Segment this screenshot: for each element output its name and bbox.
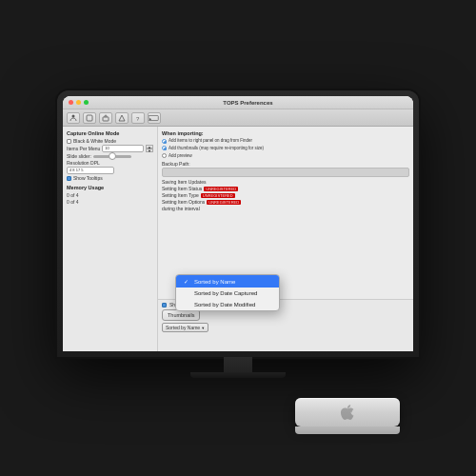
slider-track[interactable] [93, 155, 131, 158]
option-radio-2[interactable] [162, 146, 167, 150]
slider-row: Slide slider: [67, 153, 153, 159]
toolbar-icon-help[interactable]: ? [131, 112, 145, 124]
bw-mode-checkbox[interactable] [67, 139, 71, 144]
slider-thumb[interactable] [109, 152, 116, 160]
mac-mini [295, 398, 400, 438]
checkbox-row-2: Show Tooltips [67, 175, 153, 181]
sort-option-name[interactable]: ✓ Sorted by Name [176, 275, 279, 288]
toolbar: ? ▶ [63, 109, 413, 127]
monitor-base [190, 372, 286, 378]
sort-container: Sorted by Name ▼ ✓ Sorted by Name [162, 323, 208, 332]
backup-path-input[interactable] [162, 168, 409, 177]
monitor-neck [224, 357, 252, 372]
resolution-select-row: 4 8 17 5 [67, 167, 153, 174]
mac-mini-body [295, 398, 400, 426]
tooltips-label: Show Tooltips [73, 175, 103, 181]
sort-option-date-modified[interactable]: Sorted by Date Modified [176, 299, 279, 310]
option-radio-3[interactable] [162, 153, 167, 158]
sort-popup-menu: ✓ Sorted by Name Sorted by Date Captured [175, 274, 280, 311]
bottom-area: Show Captions That (D) = 1 Thumbnails So [158, 299, 413, 351]
saving-item-2: Setting Item Type [162, 192, 199, 198]
bw-mode-label: Black & White Mode [73, 138, 116, 144]
memory-title: Memory Usage [67, 185, 153, 190]
dropdown-arrow-icon: ▼ [201, 326, 205, 330]
saving-label: Saving Item Updates [162, 179, 409, 185]
right-panel: When importing: Add items to right panel… [158, 127, 413, 351]
resolution-select[interactable]: 4 8 17 5 [67, 167, 114, 174]
badge-3: UNREGISTERED [207, 200, 241, 205]
main-area: Capture Online Mode Black & White Mode I… [63, 127, 413, 351]
close-button[interactable] [69, 100, 73, 105]
option-row-2: Add thumbnails (may require re-importing… [162, 146, 409, 151]
monitor-bezel: TOPS Preferences [63, 96, 413, 351]
traffic-lights [69, 100, 89, 105]
option-radio-1[interactable] [162, 139, 167, 144]
svg-rect-1 [87, 115, 92, 121]
toolbar-icon-person[interactable] [67, 112, 80, 124]
option-row-1: Add items to right panel on drag from Fi… [162, 138, 409, 144]
svg-text:?: ? [136, 115, 140, 121]
badge-1: UNREGISTERED [204, 187, 238, 191]
captions-checkbox[interactable] [162, 303, 167, 307]
slider-label: Slide slider: [67, 153, 91, 159]
tooltips-checkbox[interactable] [67, 176, 71, 181]
resolution-row: Resolution DPL [67, 160, 153, 166]
saving-item-3: Setting Item Options [162, 199, 205, 205]
sort-label: Sorted by Name [166, 325, 200, 330]
saving-item-1: Setting Item Status [162, 186, 202, 191]
left-panel: Capture Online Mode Black & White Mode I… [63, 127, 158, 351]
capture-section: Capture Online Mode Black & White Mode I… [67, 130, 153, 181]
badge-2: UNREGISTERED [201, 193, 235, 198]
saving-note: during the interval [162, 206, 409, 211]
screen: TOPS Preferences [63, 96, 413, 351]
mem-row-2: 0 of 4 [67, 199, 153, 205]
backup-path-label: Backup Path: [162, 161, 409, 167]
option-label-3: Add preview [169, 153, 192, 158]
resolution-label: Resolution DPL [67, 160, 100, 166]
stepper-down[interactable]: ▼ [146, 149, 153, 152]
toolbar-icon-actions[interactable] [115, 112, 129, 124]
sort-option-date-captured-label: Sorted by Date Captured [194, 290, 257, 296]
sort-option-date-captured[interactable]: Sorted by Date Captured [176, 288, 279, 299]
items-per-menu-label: Items Per Menu [67, 146, 100, 151]
sort-button[interactable]: Sorted by Name ▼ [162, 323, 208, 332]
scene: TOPS Preferences [19, 19, 457, 457]
option-row-3: Add preview [162, 153, 409, 159]
items-stepper[interactable]: ▲ ▼ [146, 145, 153, 152]
svg-point-0 [72, 114, 75, 117]
titlebar: TOPS Preferences [63, 96, 413, 109]
minimize-button[interactable] [76, 100, 81, 105]
monitor: TOPS Preferences [57, 90, 419, 386]
checkbox-row-1: Black & White Mode [67, 138, 153, 144]
apple-logo-icon [340, 405, 355, 420]
svg-marker-3 [119, 115, 125, 121]
sort-option-name-label: Sorted by Name [194, 279, 235, 285]
when-importing-title: When importing: [162, 130, 409, 136]
monitor-body: TOPS Preferences [57, 90, 419, 357]
mem-val-1: 0 of 4 [67, 192, 79, 198]
svg-text:▶: ▶ [149, 116, 152, 120]
toolbar-icon-file[interactable] [83, 112, 96, 124]
option-label-1: Add items to right panel on drag from Fi… [169, 138, 252, 144]
screen-content: TOPS Preferences [63, 96, 413, 351]
option-label-2: Add thumbnails (may require re-importing… [169, 146, 264, 151]
check-icon: ✓ [184, 278, 191, 285]
capture-title: Capture Online Mode [67, 130, 153, 136]
mem-row-1: 0 of 4 [67, 192, 153, 198]
sort-option-date-modified-label: Sorted by Date Modified [194, 302, 255, 307]
slider-container [93, 155, 131, 158]
window-title: TOPS Preferences [89, 100, 407, 106]
memory-section: Memory Usage 0 of 4 0 of 4 [67, 185, 153, 205]
items-per-menu-input[interactable]: 10 [102, 145, 144, 152]
toolbar-icon-slideshow[interactable]: ▶ [148, 112, 161, 124]
svg-rect-2 [103, 117, 109, 121]
mem-val-2: 0 of 4 [67, 199, 79, 205]
toolbar-icon-dest[interactable] [99, 112, 112, 124]
